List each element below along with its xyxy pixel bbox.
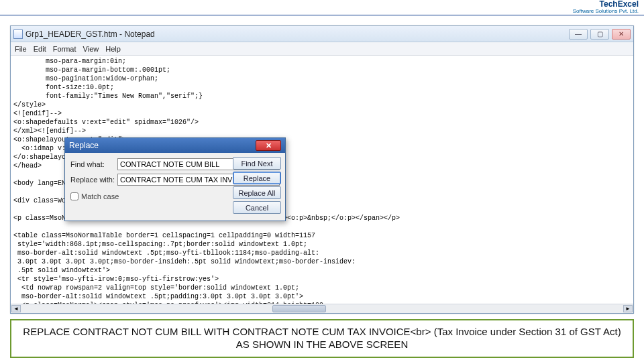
notepad-window: Grp1_HEADER_GST.htm - Notepad — ▢ ✕ File…: [10, 25, 634, 314]
replace-all-button[interactable]: Replace All: [233, 186, 281, 199]
window-title: Grp1_HEADER_GST.htm - Notepad: [25, 29, 155, 39]
match-case-box[interactable]: [70, 192, 78, 200]
find-next-button[interactable]: Find Next: [233, 157, 281, 170]
brand-tagline: Software Solutions Pvt. Ltd.: [573, 9, 639, 15]
menubar: File Edit Format View Help: [11, 42, 633, 56]
replace-button[interactable]: Replace: [233, 172, 281, 184]
editor-area[interactable]: mso-para-margin:0in; mso-para-margin-bot…: [11, 56, 633, 304]
menu-help[interactable]: Help: [105, 45, 121, 53]
menu-view[interactable]: View: [83, 45, 99, 53]
match-case-label: Match case: [81, 192, 119, 200]
brand-logo: TechExcel Software Solutions Pvt. Ltd.: [573, 0, 639, 15]
scroll-left-arrow-icon[interactable]: ◄: [11, 305, 21, 312]
titlebar[interactable]: Grp1_HEADER_GST.htm - Notepad — ▢ ✕: [11, 26, 633, 42]
horizontal-scrollbar[interactable]: ◄ ►: [11, 304, 633, 313]
close-button[interactable]: ✕: [612, 29, 631, 40]
instruction-text: REPLACE CONTRACT NOT CUM BILL WITH CONTR…: [18, 326, 626, 351]
find-what-label: Find what:: [70, 160, 117, 168]
dialog-close-button[interactable]: ✕: [256, 140, 281, 151]
instruction-caption: REPLACE CONTRACT NOT CUM BILL WITH CONTR…: [10, 319, 634, 358]
cancel-button[interactable]: Cancel: [233, 201, 281, 214]
top-divider: [0, 15, 644, 15]
minimize-button[interactable]: —: [569, 29, 588, 40]
dialog-title: Replace: [69, 141, 99, 150]
notepad-icon: [13, 29, 23, 39]
replace-with-label: Replace with:: [70, 176, 117, 184]
scroll-thumb[interactable]: [272, 305, 326, 312]
maximize-button[interactable]: ▢: [590, 29, 609, 40]
menu-edit[interactable]: Edit: [34, 45, 46, 53]
dialog-titlebar[interactable]: Replace ✕: [65, 138, 285, 153]
replace-dialog: Replace ✕ Find what: Replace with: Match…: [64, 137, 286, 221]
menu-file[interactable]: File: [15, 45, 27, 53]
scroll-right-arrow-icon[interactable]: ►: [623, 305, 633, 312]
menu-format[interactable]: Format: [53, 45, 76, 53]
